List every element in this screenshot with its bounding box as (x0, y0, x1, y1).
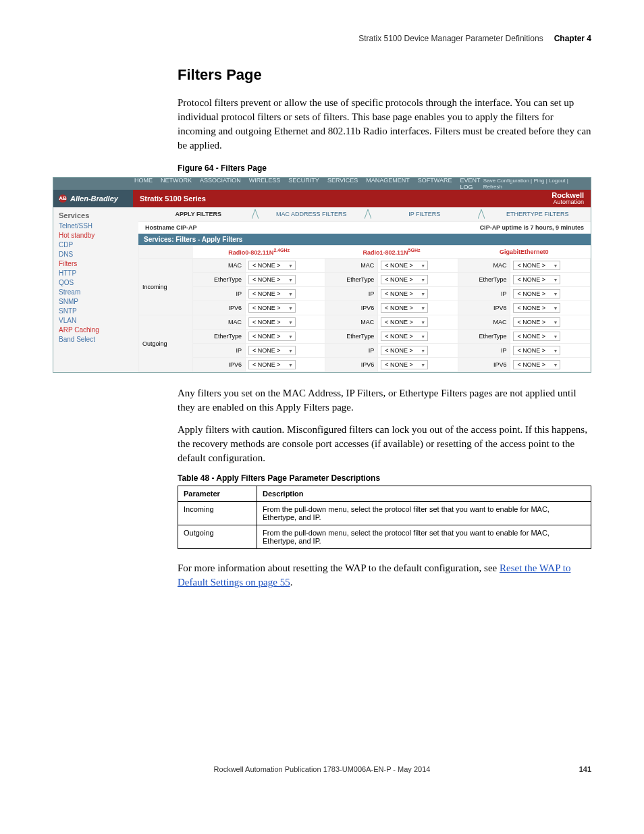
select-value: < NONE > (517, 305, 545, 311)
top-utility-links[interactable]: Save Configuration | Ping | Logout | Ref… (483, 178, 591, 190)
filter-select[interactable]: < NONE >▼ (513, 360, 560, 369)
chevron-down-icon: ▼ (554, 363, 558, 367)
filter-select[interactable]: < NONE >▼ (248, 289, 296, 298)
filter-type-label: IP (325, 344, 378, 358)
brand-row: AB Allen-Bradley Stratix 5100 Series Roc… (53, 190, 591, 207)
subtab-mac-address-filters[interactable]: MAC ADDRESS FILTERS (259, 211, 365, 217)
side-link-telnet-ssh[interactable]: Telnet/SSH (59, 222, 133, 230)
chevron-down-icon: ▼ (288, 306, 293, 311)
body-paragraph-4: For more information about resetting the… (178, 561, 591, 590)
select-value: < NONE > (385, 290, 413, 297)
top-tab[interactable]: NETWORK (161, 177, 192, 190)
chevron-down-icon: ▼ (288, 363, 293, 367)
top-tab[interactable]: SOFTWARE (418, 177, 452, 190)
subtab-apply-filters[interactable]: APPLY FILTERS (145, 211, 252, 217)
filter-select[interactable]: < NONE >▼ (381, 346, 428, 355)
filter-select[interactable]: < NONE >▼ (248, 303, 296, 313)
side-link-snmp[interactable]: SNMP (59, 298, 133, 305)
filter-select[interactable]: < NONE >▼ (248, 317, 296, 327)
filter-select[interactable]: < NONE >▼ (248, 275, 296, 284)
filter-select[interactable]: < NONE >▼ (513, 275, 560, 284)
filter-select[interactable]: < NONE >▼ (513, 346, 560, 355)
screenshot-figure: HOME NETWORK ASSOCIATION WIRELESS SECURI… (53, 177, 591, 373)
product-title: Stratix 5100 Series (133, 190, 516, 207)
filter-select[interactable]: < NONE >▼ (248, 332, 296, 341)
filter-type-label: MAC (458, 315, 510, 330)
chevron-down-icon: ▼ (288, 292, 293, 296)
side-link-vlan[interactable]: VLAN (59, 317, 133, 324)
iface-label: Radio0-802.11N (228, 249, 273, 256)
filter-select[interactable]: < NONE >▼ (248, 261, 296, 270)
filter-select[interactable]: < NONE >▼ (381, 332, 428, 341)
filter-type-label: IPV6 (193, 358, 246, 372)
top-tab[interactable]: WIRELESS (249, 177, 281, 190)
filter-type-label: IPV6 (458, 358, 510, 372)
iface-header-radio0: Radio0-802.11N2.4GHz (193, 246, 325, 259)
chapter-label: Chapter 4 (554, 34, 591, 43)
table-caption: Table 48 - Apply Filters Page Parameter … (178, 473, 591, 483)
uptime-label: CIP-AP uptime is 7 hours, 9 minutes (480, 224, 584, 231)
filter-select[interactable]: < NONE >▼ (381, 275, 428, 284)
filter-type-label: EtherType (193, 273, 246, 287)
filter-select[interactable]: < NONE >▼ (513, 303, 560, 313)
filter-type-label: IP (193, 344, 246, 358)
chevron-down-icon: ▼ (554, 306, 558, 311)
filter-select[interactable]: < NONE >▼ (381, 317, 428, 327)
sidebar-title: Services (59, 211, 133, 219)
side-link-hot-standby[interactable]: Hot standby (59, 232, 133, 239)
side-link-qos[interactable]: QOS (59, 279, 133, 286)
filter-select[interactable]: < NONE >▼ (513, 261, 560, 270)
chevron-down-icon: ▼ (288, 278, 293, 282)
brand-allen-bradley: AB Allen-Bradley (53, 190, 133, 207)
select-value: < NONE > (385, 276, 413, 283)
chevron-down-icon: ▼ (421, 306, 425, 311)
sub-tab-bar: APPLY FILTERS MAC ADDRESS FILTERS IP FIL… (138, 207, 591, 221)
chevron-down-icon: ▼ (421, 334, 425, 339)
page-footer: . Rockwell Automation Publication 1783-U… (53, 765, 591, 773)
subtab-ethertype-filters[interactable]: ETHERTYPE FILTERS (485, 211, 591, 217)
select-value: < NONE > (252, 290, 281, 297)
chevron-down-icon: ▼ (288, 334, 293, 339)
top-tab[interactable]: HOME (134, 177, 153, 190)
filter-type-label: IP (458, 287, 510, 301)
side-link-cdp[interactable]: CDP (59, 241, 133, 249)
filter-type-label: IP (325, 287, 378, 301)
select-value: < NONE > (517, 361, 545, 368)
table-header-parameter: Parameter (178, 486, 257, 502)
filter-type-label: MAC (193, 315, 246, 330)
filter-select[interactable]: < NONE >▼ (381, 289, 428, 298)
subtab-ip-filters[interactable]: IP FILTERS (371, 211, 478, 217)
p4-prefix: For more information about resetting the… (178, 563, 500, 573)
filter-type-label: IPV6 (325, 301, 378, 315)
filter-type-label: EtherType (458, 273, 510, 287)
top-tab[interactable]: MANAGEMENT (366, 177, 410, 190)
filter-select[interactable]: < NONE >▼ (381, 303, 428, 313)
filter-select[interactable]: < NONE >▼ (513, 332, 560, 341)
desc-cell: From the pull-down menu, select the prot… (257, 525, 591, 549)
filter-select[interactable]: < NONE >▼ (513, 317, 560, 327)
side-link-stream[interactable]: Stream (59, 288, 133, 296)
select-value: < NONE > (517, 333, 545, 340)
main-panel: APPLY FILTERS MAC ADDRESS FILTERS IP FIL… (138, 207, 591, 372)
side-link-arp-caching[interactable]: ARP Caching (59, 326, 133, 334)
top-tab[interactable]: EVENT LOG (460, 177, 483, 190)
side-link-filters[interactable]: Filters (59, 260, 133, 267)
filter-select[interactable]: < NONE >▼ (248, 360, 296, 369)
filter-type-label: EtherType (325, 273, 378, 287)
select-value: < NONE > (517, 262, 545, 269)
side-link-sntp[interactable]: SNTP (59, 307, 133, 315)
top-tab[interactable]: ASSOCIATION (200, 177, 241, 190)
p4-suffix: . (290, 577, 293, 588)
filter-select[interactable]: < NONE >▼ (381, 261, 428, 270)
side-link-dns[interactable]: DNS (59, 251, 133, 258)
chevron-down-icon: ▼ (554, 263, 558, 268)
filter-select[interactable]: < NONE >▼ (381, 360, 428, 369)
side-link-http[interactable]: HTTP (59, 269, 133, 277)
filter-select[interactable]: < NONE >▼ (513, 289, 560, 298)
filter-type-label: EtherType (193, 330, 246, 344)
top-tab[interactable]: SERVICES (327, 177, 358, 190)
top-tab[interactable]: SECURITY (288, 177, 319, 190)
filter-select[interactable]: < NONE >▼ (248, 346, 296, 355)
page-number: 141 (579, 765, 591, 773)
side-link-band-select[interactable]: Band Select (59, 336, 133, 343)
